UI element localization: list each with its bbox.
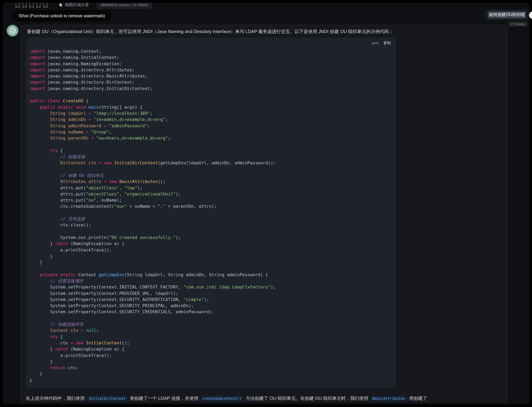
code-line: System.setProperty(Context.PROVIDER_URL,… xyxy=(30,290,396,296)
code-line: Context ctx = null; xyxy=(30,327,396,333)
code-line: return ctx; xyxy=(30,365,396,371)
assistant-message: 要创建 OU（Organizational Unit）组织单元，您可以使用 JN… xyxy=(20,25,507,402)
code-line: } xyxy=(30,377,396,383)
code-line: Attributes attrs = new BasicAttributes()… xyxy=(30,178,396,185)
code-line xyxy=(30,265,396,271)
copy-button[interactable]: 复制 xyxy=(383,40,391,46)
code-line: // 创建连接 xyxy=(30,154,396,160)
code-line xyxy=(30,166,396,172)
watermark-pill: iShot (Purchase unlock to remove waterma… xyxy=(12,10,112,22)
code-line: ctx.close(); xyxy=(30,222,396,228)
code-line: String parentDn = "ou=Users,dc=example,d… xyxy=(30,135,396,141)
code-line: attrs.put("ou", ouName); xyxy=(30,197,396,203)
code-block: java 复制 import javax.naming.Context;impo… xyxy=(26,38,396,388)
user-message-text: 如何创建OU组织呢 xyxy=(488,11,526,18)
code-line: System.out.println("OU created successfu… xyxy=(30,234,396,241)
code-line: ctx = new InitialContext(); xyxy=(30,340,396,346)
code-line: import javax.naming.directory.DirContext… xyxy=(30,79,396,85)
cursor-icon xyxy=(59,3,63,7)
bookmark-icon[interactable] xyxy=(22,3,27,8)
code-line: e.printStackTrace(); xyxy=(30,352,396,359)
code-line xyxy=(30,228,396,234)
code-line: import javax.naming.directory.InitialDir… xyxy=(30,86,396,92)
code-line: public class CreateOU { xyxy=(30,98,396,104)
code-line: import javax.naming.directory.BasicAttri… xyxy=(30,73,396,79)
code-line: attrs.put("objectClass", "top"); xyxy=(30,185,396,191)
code-line: } xyxy=(30,371,396,377)
code-line: System.setProperty(Context.SECURITY_CRED… xyxy=(30,309,396,315)
code-line: // 创建 OU 组织单元 xyxy=(30,172,396,178)
code-header: java 复制 xyxy=(26,38,396,48)
code-line: try { xyxy=(30,148,396,154)
inline-code: createSubcontext() xyxy=(200,396,244,401)
code-line: } catch (NamingException e) { xyxy=(30,346,396,352)
share-group[interactable]: 截图区域分享 xyxy=(59,3,89,7)
code-line: String adminPassword = "adminPassword"; xyxy=(30,123,396,129)
code-line: System.setProperty(Context.INITIAL_CONTE… xyxy=(30,284,396,290)
code-line xyxy=(30,141,396,147)
code-line xyxy=(30,210,396,216)
code-line: } xyxy=(30,359,396,365)
code-language-label: java xyxy=(372,41,379,45)
code-line: System.setProperty(Context.SECURITY_AUTH… xyxy=(30,296,396,303)
code-line: try { xyxy=(30,334,396,340)
code-line: } xyxy=(30,253,396,259)
code-line: // 设置连接属性 xyxy=(30,278,396,284)
code-line: attrs.put("objectClass", "organizational… xyxy=(30,191,396,197)
assistant-intro-text: 要创建 OU（Organizational Unit）组织单元，您可以使用 JN… xyxy=(26,29,502,35)
bookmark-icon[interactable] xyxy=(15,3,20,8)
code-line: System.setProperty(Context.SECURITY_PRIN… xyxy=(30,303,396,309)
user-avatar xyxy=(529,11,532,19)
code-line: import javax.naming.directory.Attributes… xyxy=(30,67,396,73)
user-message-bubble[interactable]: 如何创建OU组织呢 xyxy=(485,10,529,19)
outro-paragraph: 在上述示例代码中，我们使用 InitialDirContext 类创建了一个 L… xyxy=(26,395,502,402)
code-line: String ldapUrl = "ldap://localhost:389"; xyxy=(30,110,396,116)
code-line: DirContext ctx = new InitialDirContext(g… xyxy=(30,160,396,166)
chatgpt-logo-icon xyxy=(9,27,16,34)
toolbar-bookmarks xyxy=(15,3,50,8)
code-line: } catch (NamingException e) { xyxy=(30,241,396,247)
watermark-text: iShot (Purchase unlock to remove waterma… xyxy=(19,14,105,18)
app-window: 截图区域分享 486(8854) tokens / 21.00000 iShot… xyxy=(3,3,529,404)
code-line xyxy=(30,315,396,321)
inline-code: InitialDirContext xyxy=(87,396,128,401)
code-line: // 关闭连接 xyxy=(30,216,396,222)
code-lines: import javax.naming.Context;import javax… xyxy=(26,48,396,388)
bookmark-icon[interactable] xyxy=(43,3,48,8)
code-line: } xyxy=(30,259,396,265)
bookmark-icon[interactable] xyxy=(36,3,41,8)
user-token-count: 17 tokens xyxy=(508,21,528,27)
code-line: import javax.naming.NamingException; xyxy=(30,61,396,67)
code-line: public static void main(String[] args) { xyxy=(30,104,396,110)
code-line: String adminDn = "cn=admin,dc=example,dc… xyxy=(30,116,396,123)
code-line: e.printStackTrace(); xyxy=(30,247,396,253)
tokens-pill: 486(8854) tokens / 21.00000 xyxy=(96,3,152,9)
code-line: import javax.naming.InitialContext; xyxy=(30,54,396,60)
bookmark-icon[interactable] xyxy=(29,3,34,8)
top-toolbar: 截图区域分享 486(8854) tokens / 21.00000 xyxy=(15,3,152,10)
code-line: private static Context getLdapEnv(String… xyxy=(30,272,396,278)
code-line: String ouName = "Group"; xyxy=(30,129,396,135)
share-label: 截图区域分享 xyxy=(65,3,89,7)
code-line: // 创建连接环境 xyxy=(30,321,396,327)
code-line xyxy=(30,92,396,98)
inline-code: BasicAttributes xyxy=(370,396,407,401)
assistant-avatar xyxy=(7,25,18,36)
code-line: ctx.createSubcontext("ou=" + ouName + ",… xyxy=(30,203,396,209)
code-line: import javax.naming.Context; xyxy=(30,48,396,54)
